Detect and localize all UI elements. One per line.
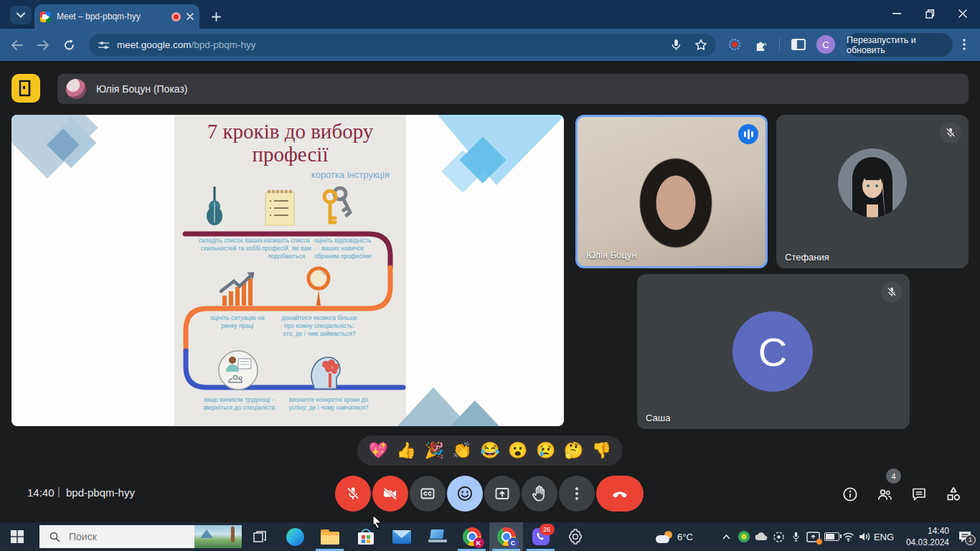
capture-icon — [773, 531, 785, 543]
reload-button[interactable] — [63, 39, 75, 51]
activities-button[interactable] — [944, 485, 963, 504]
tray-volume[interactable] — [855, 522, 874, 551]
tray-temperature: 6°C — [677, 532, 693, 542]
presenter-bar[interactable]: Юлія Боцун (Показ) — [57, 74, 969, 104]
tray-antivirus[interactable] — [735, 522, 753, 551]
window-minimize-button[interactable] — [880, 0, 913, 27]
reaction-laugh[interactable]: 😂 — [480, 441, 499, 460]
brain-head-icon — [304, 347, 344, 392]
taskbar-settings[interactable] — [558, 522, 592, 551]
browser-tab[interactable]: Meet – bpd-pbqm-hyy — [34, 4, 199, 29]
tray-network[interactable] — [839, 522, 857, 551]
tray-notifications[interactable]: 1 — [954, 522, 976, 551]
participant-tile[interactable]: Стефания — [776, 115, 969, 268]
notification-badge: 1 — [965, 534, 976, 545]
search-highlight-image[interactable] — [194, 525, 242, 548]
taskbar-edge[interactable] — [278, 522, 312, 551]
reaction-thinking[interactable]: 🤔 — [564, 441, 583, 460]
mic-off-icon — [344, 485, 362, 502]
reaction-clap[interactable]: 👏 — [452, 441, 471, 460]
bookmark-star-icon[interactable] — [694, 39, 707, 51]
tray-screen-share[interactable] — [804, 522, 822, 551]
taskbar-viber[interactable]: 26 — [524, 522, 557, 551]
taskbar-search[interactable] — [39, 525, 242, 548]
tray-show-hidden-icons[interactable] — [717, 522, 735, 551]
captions-button[interactable] — [410, 476, 446, 512]
tab-close-icon[interactable] — [187, 13, 194, 20]
kebab-menu-icon — [963, 39, 966, 50]
captions-icon — [419, 485, 436, 502]
camera-toggle-button[interactable] — [372, 476, 408, 512]
reaction-cry[interactable]: 😢 — [536, 441, 555, 460]
step-text: дізнайтеся якомога більше про кожну спец… — [278, 314, 360, 338]
present-screen-button[interactable] — [484, 476, 520, 512]
reactions-button[interactable] — [447, 476, 483, 512]
kebab-menu-icon — [575, 487, 578, 500]
taskbar-chrome-profile-2-active[interactable]: C — [489, 522, 523, 551]
extension-badge-icon[interactable] — [727, 37, 742, 52]
voice-search-icon[interactable] — [671, 39, 682, 52]
reaction-thumbs-down[interactable]: 👎 — [592, 441, 611, 460]
reaction-party[interactable]: 🎉 — [424, 441, 443, 460]
restore-icon — [925, 9, 935, 19]
browser-menu-button[interactable] — [957, 37, 971, 52]
window-restore-button[interactable] — [913, 0, 946, 27]
info-icon — [842, 486, 859, 503]
tab-search-button[interactable] — [10, 6, 32, 24]
site-settings-icon[interactable] — [98, 40, 110, 50]
activities-icon — [944, 485, 963, 504]
restart-update-button[interactable]: Перезапустить и обновить — [847, 33, 953, 57]
tab-title: Meet – bpd-pbqm-hyy — [57, 11, 171, 22]
shared-screen-tile[interactable]: 7 кроків до вибору професії коротка інст… — [11, 115, 564, 426]
people-panel-button[interactable] — [875, 485, 894, 504]
edge-icon — [286, 528, 304, 546]
start-button[interactable] — [0, 522, 34, 551]
search-input[interactable] — [67, 530, 178, 543]
taskbar-mail[interactable] — [385, 522, 418, 551]
extensions-puzzle-icon[interactable] — [753, 37, 769, 52]
tray-onedrive[interactable] — [753, 522, 770, 551]
taskbar-chrome-profile-1[interactable]: K — [455, 522, 489, 551]
new-tab-button[interactable] — [207, 7, 225, 26]
presenter-name: Юлія Боцун (Показ) — [96, 83, 188, 95]
raise-hand-button[interactable] — [522, 476, 557, 512]
participant-tile-speaker[interactable]: Юлія Боцун — [575, 115, 768, 268]
mouse-cursor — [372, 514, 383, 529]
tray-capture[interactable] — [770, 522, 787, 551]
tray-language[interactable]: ENG — [872, 522, 895, 551]
end-call-button[interactable] — [596, 476, 644, 512]
plus-icon — [212, 12, 221, 22]
door-extension-button[interactable] — [11, 74, 40, 103]
back-button[interactable] — [10, 39, 23, 51]
url-bar[interactable]: meet.google.com/bpd-pbqm-hyy — [89, 34, 716, 56]
back-arrow-icon — [10, 39, 23, 51]
side-panel-button[interactable] — [789, 37, 808, 52]
participant-tile[interactable]: C Саша — [637, 274, 910, 429]
hand-icon — [530, 484, 549, 503]
meeting-time: 14:40 — [27, 486, 55, 499]
reaction-thumbs-up[interactable]: 👍 — [397, 441, 416, 460]
taskbar-this-pc[interactable] — [420, 522, 454, 551]
people-icon — [875, 486, 894, 503]
chat-panel-button[interactable] — [910, 485, 928, 504]
reaction-surprised[interactable]: 😮 — [508, 441, 527, 460]
notes-list-icon — [260, 187, 300, 228]
tray-battery[interactable] — [822, 522, 841, 551]
taskbar-file-explorer[interactable] — [313, 522, 347, 551]
participant-name: Саша — [646, 413, 670, 423]
specialist-icon — [217, 349, 260, 392]
window-close-button[interactable] — [946, 0, 979, 27]
tray-clock[interactable]: 14:40 04.03.2024 — [895, 525, 949, 548]
tray-weather[interactable]: 6°C — [649, 522, 699, 551]
battery-icon — [824, 532, 839, 541]
forward-button[interactable] — [37, 39, 50, 51]
footer-divider: | — [57, 485, 60, 497]
meeting-details-button[interactable] — [841, 485, 859, 504]
tray-microphone[interactable] — [787, 522, 804, 551]
task-view-button[interactable] — [242, 522, 276, 551]
keys-icon — [316, 185, 356, 228]
browser-profile-avatar[interactable]: C — [816, 35, 835, 54]
reaction-heart[interactable]: 💖 — [369, 441, 388, 460]
mic-toggle-button[interactable] — [335, 476, 371, 512]
more-options-button[interactable] — [559, 476, 595, 512]
